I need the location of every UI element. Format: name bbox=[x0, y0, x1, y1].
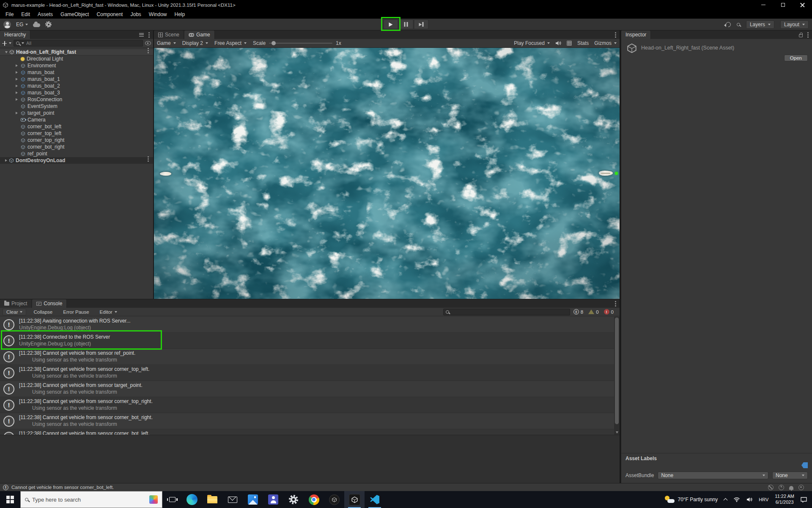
label-tag-icon[interactable] bbox=[801, 462, 808, 468]
console-entry[interactable]: [11:22:38] Cannot get vehicle from senso… bbox=[0, 381, 620, 397]
list-icon[interactable] bbox=[139, 33, 144, 37]
pause-button[interactable] bbox=[399, 19, 414, 29]
collapse-toggle[interactable]: Collapse bbox=[30, 309, 56, 315]
editor-dropdown[interactable]: Editor bbox=[96, 309, 121, 315]
hierarchy-item[interactable]: corner_top_right bbox=[0, 137, 153, 144]
hierarchy-item[interactable]: marus_boat_3 bbox=[0, 89, 153, 96]
play-button[interactable] bbox=[384, 19, 398, 29]
console-scrollbar[interactable] bbox=[614, 317, 620, 435]
account-avatar[interactable] bbox=[3, 21, 11, 28]
game-mode-dropdown[interactable]: Game bbox=[157, 40, 176, 46]
warning-count-toggle[interactable]: 0 bbox=[588, 309, 598, 315]
step-button[interactable] bbox=[414, 19, 429, 29]
action-center-icon[interactable] bbox=[801, 497, 807, 502]
scene-options-icon[interactable] bbox=[148, 158, 149, 160]
panel-menu-icon[interactable] bbox=[148, 34, 150, 36]
tab-project[interactable]: Project bbox=[0, 299, 32, 308]
hierarchy-item[interactable]: Directional Light bbox=[0, 55, 153, 62]
foldout-expanded-icon[interactable] bbox=[5, 51, 8, 53]
console-search-input[interactable] bbox=[451, 309, 568, 315]
tab-inspector[interactable]: Inspector bbox=[621, 30, 651, 39]
taskbar-app-vscode[interactable] bbox=[365, 491, 385, 508]
taskbar-search-box[interactable] bbox=[20, 491, 162, 508]
scrollbar-down-arrow-icon[interactable] bbox=[616, 431, 618, 433]
display-dropdown[interactable]: Display 2 bbox=[182, 40, 208, 46]
taskbar-clock[interactable]: 11:22 AM 6/1/2023 bbox=[775, 494, 794, 505]
search-filter-caret-icon[interactable] bbox=[22, 42, 24, 44]
taskbar-app-mail[interactable] bbox=[222, 491, 243, 508]
tab-console[interactable]: Console bbox=[32, 299, 67, 308]
minimize-button[interactable] bbox=[754, 0, 773, 10]
scrollbar-thumb[interactable] bbox=[615, 318, 619, 424]
scene-options-icon[interactable] bbox=[148, 50, 149, 51]
console-entry[interactable]: [11:22:38] Awaiting connection with ROS … bbox=[0, 317, 620, 333]
menu-assets[interactable]: Assets bbox=[34, 10, 57, 19]
clear-button[interactable]: Clear bbox=[3, 309, 26, 315]
foldout-collapsed-icon[interactable] bbox=[16, 112, 18, 114]
error-count-toggle[interactable]: 0 bbox=[604, 309, 614, 315]
stats-toggle[interactable]: Stats bbox=[577, 40, 589, 46]
hierarchy-item[interactable]: marus_boat_1 bbox=[0, 76, 153, 83]
hierarchy-scene-header[interactable]: Head-on_Left_Right_fast bbox=[0, 49, 153, 55]
foldout-collapsed-icon[interactable] bbox=[16, 98, 18, 101]
tab-hierarchy[interactable]: Hierarchy bbox=[0, 30, 30, 39]
log-count-toggle[interactable]: 8 bbox=[573, 309, 583, 315]
undo-history-icon[interactable] bbox=[724, 21, 732, 28]
offline-icon[interactable] bbox=[768, 485, 774, 490]
console-entry[interactable]: [11:22:38] Cannot get vehicle from senso… bbox=[0, 349, 620, 365]
foldout-collapsed-icon[interactable] bbox=[16, 78, 18, 80]
tab-scene[interactable]: Scene bbox=[154, 30, 184, 39]
hierarchy-item[interactable]: marus_boat bbox=[0, 69, 153, 76]
lock-icon[interactable] bbox=[799, 34, 803, 37]
tab-game[interactable]: Game bbox=[184, 30, 215, 39]
foldout-collapsed-icon[interactable] bbox=[16, 71, 18, 74]
cloud-services-icon[interactable] bbox=[33, 23, 40, 27]
taskbar-app-chrome[interactable] bbox=[304, 491, 324, 508]
menu-gameobject[interactable]: GameObject bbox=[57, 10, 93, 19]
mute-audio-icon[interactable] bbox=[555, 41, 561, 46]
foldout-collapsed-icon[interactable] bbox=[16, 91, 18, 94]
maximize-button[interactable] bbox=[773, 0, 793, 10]
scale-slider-thumb[interactable] bbox=[272, 41, 276, 45]
taskbar-app-unity-editor[interactable] bbox=[344, 491, 365, 508]
hierarchy-item[interactable]: Camera bbox=[0, 116, 153, 123]
account-dropdown[interactable]: EG bbox=[16, 22, 28, 28]
weather-widget[interactable]: 70°F Partly sunny bbox=[664, 496, 718, 503]
hierarchy-search-input[interactable] bbox=[26, 41, 140, 46]
task-view-button[interactable] bbox=[162, 491, 182, 508]
menu-window[interactable]: Window bbox=[145, 10, 171, 19]
console-entry[interactable]: [11:22:38] Cannot get vehicle from senso… bbox=[0, 365, 620, 381]
assetbundle-variant-dropdown[interactable]: None bbox=[772, 472, 808, 479]
error-pause-toggle[interactable]: Error Pause bbox=[60, 309, 92, 315]
menu-jobs[interactable]: Jobs bbox=[126, 10, 145, 19]
hierarchy-search-field[interactable] bbox=[14, 40, 143, 47]
taskbar-app-photos[interactable] bbox=[243, 491, 263, 508]
hierarchy-item[interactable]: corner_bot_left bbox=[0, 123, 153, 130]
console-entry-connected[interactable]: [11:22:38] Connected to the ROS ServerUn… bbox=[0, 333, 620, 349]
search-highlight-icon[interactable] bbox=[149, 495, 158, 504]
console-entry[interactable]: [11:22:38] Cannot get vehicle from senso… bbox=[0, 397, 620, 413]
status-message[interactable]: Cannot get vehicle from sensor corner_bo… bbox=[11, 485, 114, 490]
hierarchy-item[interactable]: corner_top_left bbox=[0, 130, 153, 137]
scene-visibility-icon[interactable] bbox=[145, 41, 151, 45]
console-entry[interactable]: [11:22:38] Cannot get vehicle from senso… bbox=[0, 413, 620, 429]
panel-menu-icon[interactable] bbox=[807, 34, 809, 36]
taskbar-app-teams[interactable] bbox=[263, 491, 283, 508]
scale-slider[interactable] bbox=[269, 43, 332, 44]
taskbar-app-file-explorer[interactable] bbox=[202, 491, 222, 508]
taskbar-search-input[interactable] bbox=[32, 497, 145, 503]
aspect-ratio-dropdown[interactable]: Free Aspect bbox=[214, 40, 247, 46]
menu-edit[interactable]: Edit bbox=[17, 10, 34, 19]
foldout-collapsed-icon[interactable] bbox=[16, 85, 18, 87]
taskbar-app-edge[interactable] bbox=[182, 491, 202, 508]
foldout-collapsed-icon[interactable] bbox=[5, 159, 7, 162]
settings-gear-icon[interactable] bbox=[45, 21, 52, 28]
wifi-icon[interactable] bbox=[733, 497, 740, 502]
start-button[interactable] bbox=[0, 491, 20, 508]
close-button[interactable] bbox=[793, 0, 812, 10]
play-focused-dropdown[interactable]: Play Focused bbox=[514, 40, 550, 46]
taskbar-app-unity-hub[interactable] bbox=[324, 491, 344, 508]
search-icon[interactable] bbox=[737, 23, 740, 26]
panel-menu-icon[interactable] bbox=[615, 303, 616, 304]
hierarchy-dontdestroy-header[interactable]: DontDestroyOnLoad bbox=[0, 157, 153, 164]
